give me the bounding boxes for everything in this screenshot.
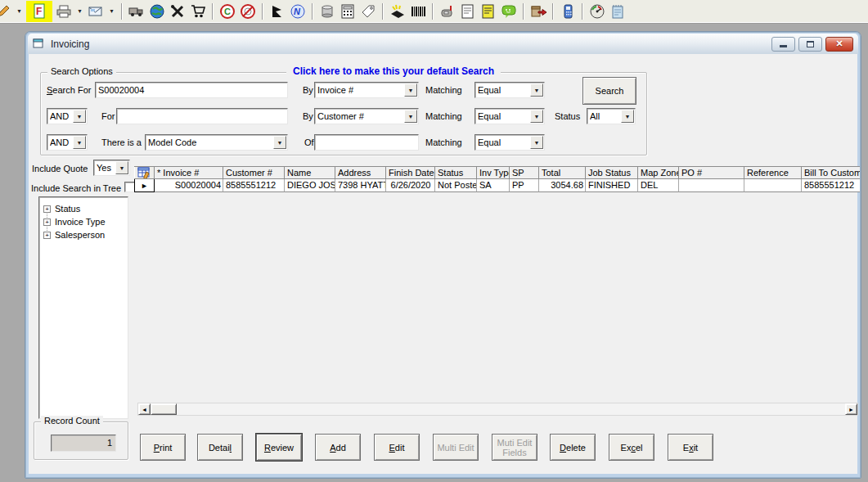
tools-icon[interactable] — [169, 2, 187, 20]
drum-icon[interactable] — [318, 2, 336, 20]
of-input[interactable] — [314, 134, 419, 151]
document-yellow-icon[interactable] — [479, 2, 497, 20]
printer-icon[interactable] — [55, 2, 73, 20]
schedule-c-icon[interactable]: C — [218, 2, 236, 20]
price-tag-icon[interactable] — [359, 2, 377, 20]
print-button[interactable]: Print — [140, 434, 186, 461]
email-dropdown-icon[interactable]: ▾ — [107, 7, 116, 15]
report-f-icon[interactable]: F — [30, 2, 48, 20]
expand-icon[interactable]: + — [43, 205, 51, 213]
tree-item-invoice-type[interactable]: +Invoice Type — [39, 215, 128, 228]
matching-dropdown-1[interactable]: Equal▼ — [474, 82, 545, 98]
status-dropdown[interactable]: All▼ — [587, 108, 636, 124]
cell-job-status[interactable]: FINISHED — [586, 179, 638, 192]
export-box-icon[interactable] — [529, 2, 547, 20]
detail-button[interactable]: Detail — [197, 434, 243, 461]
grid-col-reference[interactable]: Reference — [744, 166, 802, 179]
grid-data-row[interactable]: ► S00020004 8585551212 DIEGO JOSE 7398 H… — [134, 179, 860, 192]
add-button[interactable]: Add — [315, 434, 361, 461]
notepad-icon[interactable] — [609, 2, 627, 20]
by-dropdown-1[interactable]: Invoice #▼ — [314, 82, 419, 98]
dropdown-arrow-icon[interactable]: ▼ — [404, 110, 417, 123]
calculator-icon[interactable] — [339, 2, 357, 20]
cell-bill-to[interactable]: 8585551212 — [802, 179, 860, 192]
default-search-link[interactable]: Click here to make this your default Sea… — [286, 65, 501, 77]
schedule-blocked-icon[interactable] — [239, 2, 257, 20]
there-is-a-dropdown[interactable]: Model Code▼ — [145, 134, 288, 151]
globe-icon[interactable] — [148, 2, 166, 20]
dropdown-arrow-icon[interactable]: ▼ — [273, 136, 286, 149]
grid-col-total[interactable]: Total — [539, 166, 586, 179]
for-input[interactable] — [116, 108, 288, 124]
cell-inv-type[interactable]: SA — [477, 179, 510, 192]
matching-dropdown-3[interactable]: Equal▼ — [474, 134, 545, 151]
row-selector-icon[interactable]: ► — [134, 179, 155, 192]
cell-status[interactable]: Not Posted — [435, 179, 477, 192]
dropdown-arrow-icon[interactable]: ▼ — [73, 110, 86, 123]
grid-col-address[interactable]: Address — [335, 166, 386, 179]
navigator-icon[interactable]: N — [289, 2, 307, 20]
dropdown-arrow-icon[interactable]: ▼ — [115, 161, 128, 174]
grid-col-map-zone[interactable]: Map Zone — [638, 166, 679, 179]
dropdown-arrow-icon[interactable]: ▼ — [73, 136, 86, 149]
gauge-icon[interactable] — [588, 2, 606, 20]
dropdown-arrow-icon[interactable]: ▼ — [530, 136, 543, 149]
cell-total[interactable]: 3054.68 — [539, 179, 586, 192]
edit-button[interactable]: Edit — [374, 434, 420, 461]
cell-reference[interactable] — [744, 179, 802, 192]
expand-icon[interactable]: + — [43, 218, 51, 226]
tree-item-salesperson[interactable]: +Salesperson — [39, 228, 128, 241]
cell-address[interactable]: 7398 HYATT — [335, 179, 386, 192]
grid-col-sp[interactable]: SP — [510, 166, 539, 179]
grid-col-customer[interactable]: Customer # — [223, 166, 285, 179]
cell-po[interactable] — [679, 179, 744, 192]
cell-customer[interactable]: 8585551212 — [223, 179, 285, 192]
cell-finish-date[interactable]: 6/26/2020 — [386, 179, 435, 192]
cell-name[interactable]: DIEGO JOSE — [285, 179, 335, 192]
cell-map-zone[interactable]: DEL — [638, 179, 679, 192]
dropdown-arrow-icon[interactable]: ▼ — [621, 110, 634, 123]
and-dropdown-2[interactable]: AND▼ — [47, 134, 88, 151]
close-button[interactable]: ✕ — [825, 37, 853, 52]
scroll-right-icon[interactable]: ► — [845, 403, 857, 415]
matching-dropdown-2[interactable]: Equal▼ — [474, 108, 545, 124]
flag-icon[interactable] — [268, 2, 286, 20]
minimize-button[interactable] — [771, 37, 795, 52]
chat-bubble-icon[interactable] — [500, 2, 518, 20]
grid-col-po[interactable]: PO # — [679, 166, 744, 179]
delete-button[interactable]: Delete — [550, 434, 596, 461]
email-icon[interactable] — [87, 2, 105, 20]
grid-col-job-status[interactable]: Job Status — [586, 166, 638, 179]
excel-button[interactable]: Excel — [609, 434, 654, 461]
edit-dropdown-icon[interactable]: ▾ — [15, 7, 24, 15]
exit-button[interactable]: Exit — [668, 434, 713, 461]
review-button[interactable]: Review — [256, 434, 302, 461]
edit-pencil-icon[interactable] — [0, 2, 12, 20]
maximize-button[interactable] — [798, 37, 822, 52]
barcode-icon[interactable] — [409, 2, 427, 20]
grid-col-invoice[interactable]: * Invoice # — [155, 166, 223, 179]
grid-horizontal-scrollbar[interactable]: ◄ ► — [137, 403, 858, 416]
mailbox-icon[interactable] — [438, 2, 456, 20]
mobile-phone-icon[interactable] — [559, 2, 577, 20]
cell-invoice[interactable]: S00020004 — [155, 179, 223, 192]
printer-dropdown-icon[interactable]: ▾ — [75, 7, 84, 15]
title-bar[interactable]: Invoicing ✕ — [28, 34, 858, 54]
cell-sp[interactable]: PP — [510, 179, 539, 192]
by-dropdown-2[interactable]: Customer #▼ — [314, 108, 419, 124]
grid-col-inv-type[interactable]: Inv Type — [477, 166, 510, 179]
grid-col-status[interactable]: Status — [435, 166, 477, 179]
dropdown-arrow-icon[interactable]: ▼ — [404, 83, 417, 97]
grid-col-name[interactable]: Name — [285, 166, 335, 179]
grid-col-finish-date[interactable]: Finish Date — [386, 166, 435, 179]
tree-item-status[interactable]: +Status — [39, 202, 128, 215]
include-quote-dropdown[interactable]: Yes▼ — [93, 160, 130, 176]
scrollbar-thumb[interactable] — [151, 403, 177, 415]
grid-edit-button[interactable] — [134, 166, 155, 179]
expand-icon[interactable]: + — [43, 232, 51, 239]
scanner-icon[interactable] — [389, 2, 407, 20]
truck-icon[interactable] — [128, 2, 146, 20]
scroll-left-icon[interactable]: ◄ — [138, 403, 151, 415]
search-for-input[interactable] — [95, 82, 288, 98]
dropdown-arrow-icon[interactable]: ▼ — [530, 83, 543, 97]
